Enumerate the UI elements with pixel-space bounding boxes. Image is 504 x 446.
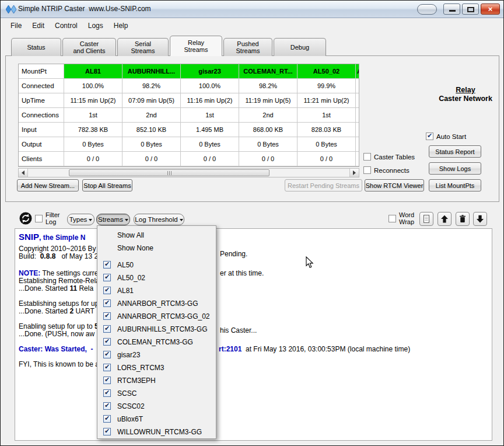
stream-menu-item[interactable]: RTCM3EPH xyxy=(98,374,215,387)
menu-help[interactable]: Help xyxy=(108,20,134,32)
filter-log-checkbox[interactable]: Filter Log xyxy=(35,211,60,225)
menu-logs[interactable]: Logs xyxy=(83,20,108,32)
checkbox-checked-icon xyxy=(103,325,111,333)
relay-caster-network-label: Relay Caster Network xyxy=(433,86,498,103)
table-corner-header: MountPt xyxy=(19,64,64,79)
tab-caster-and-clients[interactable]: Caster and Clients xyxy=(62,38,116,56)
tab-pushed-streams[interactable]: Pushed Streams xyxy=(223,38,272,56)
close-button[interactable]: × xyxy=(481,4,500,15)
auto-start-label: Auto Start xyxy=(436,133,466,140)
stream-menu-item[interactable]: uBlox6T xyxy=(98,413,215,426)
log-threshold-label: Log Threshold xyxy=(135,216,177,223)
menu-file[interactable]: File xyxy=(5,20,27,32)
reconnects-checkbox[interactable]: Reconnects xyxy=(363,166,410,174)
log-line: SNIP, the Simple N xyxy=(19,232,85,242)
stream-menu-item[interactable]: SCSC xyxy=(98,387,215,400)
menu-control[interactable]: Control xyxy=(50,20,83,32)
stream-menu-item[interactable]: gisar23 xyxy=(98,349,215,361)
checkbox-checked-icon xyxy=(103,415,111,423)
table-cell: 1st xyxy=(64,108,123,123)
stream-menu-item-label: SCSC xyxy=(117,389,136,398)
stream-menu-item[interactable]: AL81 xyxy=(98,284,215,297)
stream-menu-item[interactable]: COLEMAN_RTCM3-GG xyxy=(98,336,215,349)
titlebar-pill-button[interactable] xyxy=(417,4,437,15)
tab-serial-streams[interactable]: Serial Streams xyxy=(117,38,169,56)
tab-debug[interactable]: Debug xyxy=(274,38,326,56)
stream-menu-item[interactable]: AL50_02 xyxy=(98,271,215,284)
column-header[interactable]: COLEMAN_RT... xyxy=(239,64,298,79)
copy-log-button[interactable] xyxy=(419,212,433,226)
checkbox-checked-icon xyxy=(103,364,111,371)
add-new-stream-button[interactable]: Add New Stream... xyxy=(17,179,79,191)
log-line: Establishing Remote-Relay xyxy=(19,277,103,285)
status-report-button[interactable]: Status Report xyxy=(429,145,481,158)
up-arrow-icon xyxy=(439,214,450,224)
menu-edit[interactable]: Edit xyxy=(27,20,50,32)
stream-menu-item[interactable]: LORS_RTCM3 xyxy=(98,361,215,374)
log-threshold-dropdown-button[interactable]: Log Threshold xyxy=(134,214,184,225)
stream-menu-item-label: LORS_RTCM3 xyxy=(117,364,164,372)
stream-menu-item[interactable]: AUBURNHILLS_RTCM3-GG xyxy=(98,323,215,336)
table-cell-partial xyxy=(356,79,359,93)
stream-menu-item-label: AL50_02 xyxy=(117,274,145,282)
relay-streams-table: MountPt AL81 AUBURNHILL... gisar23 COLEM… xyxy=(18,64,359,167)
column-header[interactable]: AUBURNHILL... xyxy=(123,64,181,79)
caster-tables-checkbox[interactable]: Caster Tables xyxy=(363,153,415,161)
types-dropdown-button[interactable]: Types xyxy=(67,214,94,225)
scroll-to-bottom-button[interactable] xyxy=(473,212,487,226)
menu-item-show-all[interactable]: Show All xyxy=(98,229,215,242)
tab-status[interactable]: Status xyxy=(11,38,61,56)
word-wrap-label: Word Wrap xyxy=(399,211,414,225)
menu-bar: File Edit Control Logs Help xyxy=(1,19,503,33)
left-triangle-icon xyxy=(19,170,24,175)
stream-menu-item-label: SCSC02 xyxy=(117,402,145,410)
word-wrap-checkbox[interactable]: Word Wrap xyxy=(388,211,414,225)
log-line: Build: 0.8.8 of May 13 2 xyxy=(19,252,98,260)
table-horizontal-scrollbar[interactable] xyxy=(18,168,359,177)
stream-menu-item-label: RTCM3EPH xyxy=(117,377,156,385)
show-rtcm-viewer-button[interactable]: Show RTCM Viewer xyxy=(365,179,424,191)
stream-menu-item-label: ANNARBOR_RTCM3-GG xyxy=(117,299,198,308)
log-viewer[interactable]: SNIP, the Simple N Copyright 2010~2016 B… xyxy=(15,228,492,441)
tab-relay-streams[interactable]: Relay Streams xyxy=(170,36,222,56)
column-header[interactable]: AL50_02 xyxy=(298,64,356,79)
caster-network-label: Caster Network xyxy=(433,95,498,103)
scrollbar-thumb[interactable] xyxy=(69,169,270,176)
menu-item-show-none[interactable]: Show None xyxy=(98,242,215,255)
stream-menu-item-label: gisar23 xyxy=(117,351,140,359)
streams-dropdown-button[interactable]: Streams xyxy=(96,214,130,225)
minimize-button[interactable] xyxy=(443,4,460,15)
stream-menu-item[interactable]: AL50 xyxy=(98,259,215,271)
document-icon xyxy=(421,214,432,224)
scroll-to-top-button[interactable] xyxy=(438,212,452,226)
checkbox-checked-icon xyxy=(103,389,111,397)
stop-all-streams-button[interactable]: Stop All Streams xyxy=(82,179,132,191)
stream-menu-item-label: AUBURNHILLS_RTCM3-GG xyxy=(117,325,207,333)
log-line: his Caster... xyxy=(220,326,257,334)
clear-log-button[interactable] xyxy=(456,212,470,226)
maximize-button[interactable] xyxy=(462,4,479,15)
down-triangle-icon xyxy=(89,219,92,223)
scroll-right-button[interactable] xyxy=(349,169,359,177)
stream-menu-item[interactable]: ANNARBOR_RTCM3-GG xyxy=(98,297,215,310)
show-logs-button[interactable]: Show Logs xyxy=(429,162,481,175)
checkbox-icon xyxy=(35,215,43,222)
column-header[interactable]: AL81 xyxy=(64,64,123,79)
trash-icon xyxy=(457,214,468,224)
streams-dropdown-menu: Show All Show None AL50 AL50_02 AL81 ANN… xyxy=(97,225,216,439)
title-bar[interactable]: Simple NTRIP Caster www.Use-SNIP.com × xyxy=(1,1,503,18)
table-cell: 0 Bytes xyxy=(123,137,181,152)
table-cell: 0 Bytes xyxy=(298,137,356,152)
column-header[interactable]: gisar23 xyxy=(181,64,239,79)
stream-menu-item[interactable]: SCSC02 xyxy=(98,400,215,413)
scroll-left-button[interactable] xyxy=(19,169,28,177)
auto-start-checkbox[interactable]: Auto Start xyxy=(426,133,466,140)
refresh-log-button[interactable] xyxy=(19,211,33,225)
reconnects-label: Reconnects xyxy=(374,167,410,174)
stream-menu-item[interactable]: ANNARBOR_RTCM3-GG_02 xyxy=(98,310,215,323)
column-header-partial[interactable]: A xyxy=(356,64,359,79)
stream-menu-item[interactable]: WILLOWRUN_RTCM3-GG xyxy=(98,426,215,438)
refresh-circle-icon xyxy=(19,212,32,225)
table-cell: 100.0% xyxy=(64,79,123,93)
list-mountpts-button[interactable]: List MountPts xyxy=(429,179,481,191)
